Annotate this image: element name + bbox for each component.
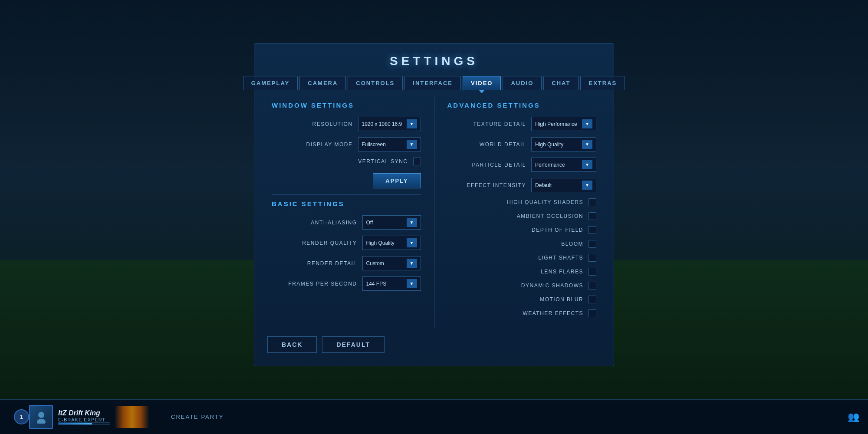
render-detail-control: Custom ▼ bbox=[362, 256, 421, 270]
particle-detail-row: PARTICLE DETAIL Performance ▼ bbox=[447, 158, 597, 172]
create-party-button[interactable]: CREATE PARTY bbox=[171, 414, 224, 420]
tab-audio[interactable]: AUDIO bbox=[503, 76, 542, 90]
antialiasing-value: Off bbox=[366, 220, 407, 226]
render-quality-control: High Quality ▼ bbox=[362, 236, 421, 250]
hq-shaders-row: HIGH QUALITY SHADERS bbox=[447, 198, 597, 206]
depth-of-field-checkbox[interactable] bbox=[589, 226, 596, 234]
render-detail-dropdown[interactable]: Custom ▼ bbox=[362, 256, 421, 270]
antialiasing-label: ANTI-ALIASING bbox=[272, 220, 362, 226]
vsync-control bbox=[413, 158, 421, 165]
display-mode-row: DISPLAY MODE Fullscreen ▼ bbox=[272, 137, 421, 151]
xp-fill bbox=[59, 423, 92, 424]
render-quality-dropdown[interactable]: High Quality ▼ bbox=[362, 236, 421, 250]
resolution-value: 1920 x 1080 16:9 bbox=[362, 121, 407, 127]
antialiasing-dropdown[interactable]: Off ▼ bbox=[362, 215, 421, 230]
hq-shaders-control bbox=[589, 198, 596, 206]
particle-detail-control: Performance ▼ bbox=[531, 158, 596, 172]
fps-value: 144 FPS bbox=[366, 281, 407, 287]
ambient-occlusion-row: AMBIENT OCCLUSION bbox=[447, 212, 597, 220]
fps-arrow: ▼ bbox=[407, 279, 417, 288]
motion-blur-label: MOTION BLUR bbox=[447, 296, 589, 302]
tab-interface[interactable]: INTERFACE bbox=[404, 76, 461, 90]
lens-flares-label: LENS FLARES bbox=[447, 269, 589, 275]
left-panel: WINDOW SETTINGS RESOLUTION 1920 x 1080 1… bbox=[263, 97, 430, 328]
texture-detail-control: High Performance ▼ bbox=[531, 117, 596, 131]
render-detail-label: RENDER DETAIL bbox=[272, 260, 362, 266]
tab-video[interactable]: VIDEO bbox=[463, 76, 501, 90]
tabs-container: GAMEPLAY CAMERA CONTROLS INTERFACE VIDEO… bbox=[254, 76, 614, 97]
basic-settings-title: BASIC SETTINGS bbox=[272, 200, 421, 207]
render-quality-value: High Quality bbox=[366, 240, 407, 246]
world-detail-arrow: ▼ bbox=[582, 140, 592, 149]
display-mode-arrow: ▼ bbox=[407, 140, 417, 149]
tab-chat[interactable]: CHAT bbox=[543, 76, 579, 90]
hq-shaders-checkbox[interactable] bbox=[589, 198, 596, 206]
lens-flares-checkbox[interactable] bbox=[589, 268, 596, 276]
advanced-settings-title: ADVANCED SETTINGS bbox=[447, 102, 597, 109]
antialiasing-row: ANTI-ALIASING Off ▼ bbox=[272, 215, 421, 230]
resolution-label: RESOLUTION bbox=[272, 121, 358, 127]
particle-detail-arrow: ▼ bbox=[582, 160, 592, 169]
ambient-occlusion-control bbox=[589, 212, 596, 220]
dynamic-shadows-label: DYNAMIC SHADOWS bbox=[447, 283, 589, 289]
player-name: ItZ Drift King bbox=[58, 409, 110, 417]
settings-content: WINDOW SETTINGS RESOLUTION 1920 x 1080 1… bbox=[254, 97, 614, 328]
motion-blur-row: MOTION BLUR bbox=[447, 296, 597, 303]
depth-of-field-label: DEPTH OF FIELD bbox=[447, 227, 589, 233]
world-detail-row: WORLD DETAIL High Quality ▼ bbox=[447, 137, 597, 151]
apply-row: APPLY bbox=[272, 171, 421, 188]
display-mode-value: Fullscreen bbox=[362, 141, 407, 148]
ambient-occlusion-checkbox[interactable] bbox=[589, 212, 596, 220]
fps-label: FRAMES PER SECOND bbox=[272, 281, 362, 287]
effect-intensity-arrow: ▼ bbox=[582, 181, 592, 190]
default-button[interactable]: DEFAULT bbox=[322, 336, 385, 353]
tab-controls[interactable]: CONTROLS bbox=[348, 76, 403, 90]
vsync-checkbox[interactable] bbox=[413, 158, 421, 165]
motion-blur-checkbox[interactable] bbox=[589, 296, 596, 303]
flame-decoration bbox=[115, 406, 149, 428]
display-mode-label: DISPLAY MODE bbox=[272, 141, 358, 148]
depth-of-field-control bbox=[589, 226, 596, 234]
display-mode-control: Fullscreen ▼ bbox=[358, 137, 421, 151]
vsync-label: VERTICAL SYNC bbox=[272, 158, 413, 164]
player-avatar bbox=[29, 405, 53, 429]
right-panel: ADVANCED SETTINGS TEXTURE DETAIL High Pe… bbox=[439, 97, 605, 328]
apply-button[interactable]: APPLY bbox=[373, 173, 421, 188]
world-detail-value: High Quality bbox=[535, 141, 582, 148]
bloom-row: BLOOM bbox=[447, 240, 597, 248]
light-shafts-label: LIGHT SHAFTS bbox=[447, 255, 589, 261]
display-mode-dropdown[interactable]: Fullscreen ▼ bbox=[358, 137, 421, 151]
fps-dropdown[interactable]: 144 FPS ▼ bbox=[362, 276, 421, 291]
bottom-bar: BACK DEFAULT bbox=[254, 328, 614, 353]
player-rank: E-BRAKE EXPERT bbox=[58, 417, 110, 422]
resolution-control: 1920 x 1080 16:9 ▼ bbox=[358, 117, 421, 131]
bloom-checkbox[interactable] bbox=[589, 240, 596, 248]
tab-gameplay[interactable]: GAMEPLAY bbox=[243, 76, 298, 90]
weather-effects-checkbox[interactable] bbox=[589, 309, 596, 317]
fps-row: FRAMES PER SECOND 144 FPS ▼ bbox=[272, 276, 421, 291]
resolution-dropdown[interactable]: 1920 x 1080 16:9 ▼ bbox=[358, 117, 421, 131]
tab-extras[interactable]: EXTRAS bbox=[580, 76, 625, 90]
world-detail-dropdown[interactable]: High Quality ▼ bbox=[531, 137, 596, 151]
effect-intensity-label: EFFECT INTENSITY bbox=[447, 182, 532, 188]
antialiasing-control: Off ▼ bbox=[362, 215, 421, 230]
particle-detail-dropdown[interactable]: Performance ▼ bbox=[531, 158, 596, 172]
settings-modal: SETTINGS GAMEPLAY CAMERA CONTROLS INTERF… bbox=[254, 43, 614, 366]
back-button[interactable]: BACK bbox=[267, 336, 317, 353]
dynamic-shadows-checkbox[interactable] bbox=[589, 282, 596, 289]
tab-camera[interactable]: CAMERA bbox=[299, 76, 346, 90]
texture-detail-dropdown[interactable]: High Performance ▼ bbox=[531, 117, 596, 131]
vsync-row: VERTICAL SYNC bbox=[272, 158, 421, 165]
svg-point-1 bbox=[37, 419, 46, 424]
depth-of-field-row: DEPTH OF FIELD bbox=[447, 226, 597, 234]
panel-divider bbox=[434, 97, 434, 328]
resolution-arrow: ▼ bbox=[407, 119, 417, 128]
lens-flares-control bbox=[589, 268, 596, 276]
effect-intensity-value: Default bbox=[535, 182, 582, 188]
svg-point-0 bbox=[38, 412, 44, 418]
light-shafts-checkbox[interactable] bbox=[589, 254, 596, 262]
section-divider bbox=[272, 194, 421, 195]
effect-intensity-dropdown[interactable]: Default ▼ bbox=[531, 178, 596, 192]
bloom-control bbox=[589, 240, 596, 248]
resolution-row: RESOLUTION 1920 x 1080 16:9 ▼ bbox=[272, 117, 421, 131]
